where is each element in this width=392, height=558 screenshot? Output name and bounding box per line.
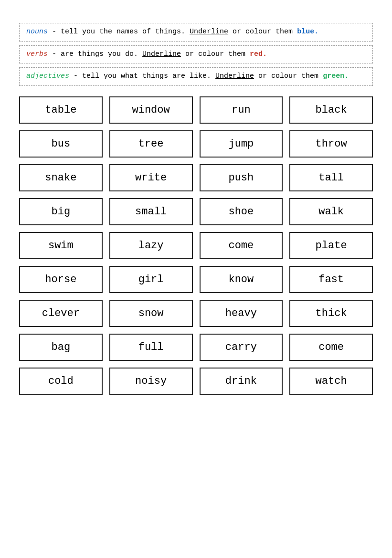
word-card[interactable]: carry [200, 334, 283, 361]
verbs-label: verbs [26, 50, 48, 58]
underline-word: Underline [142, 50, 181, 58]
underline-word: Underline [190, 28, 228, 36]
word-card[interactable]: black [289, 96, 373, 124]
info-box: verbs - are things you do. Underline or … [19, 45, 373, 64]
word-card[interactable]: clever [19, 300, 103, 327]
word-card[interactable]: fast [289, 266, 373, 293]
word-card[interactable]: bus [19, 130, 103, 158]
word-card[interactable]: snake [19, 164, 103, 191]
word-card[interactable]: lazy [109, 232, 193, 259]
words-grid: tablewindowrunblackbustreejumpthrowsnake… [19, 96, 373, 395]
word-card[interactable]: bag [19, 334, 103, 361]
word-card[interactable]: cold [19, 368, 103, 395]
word-card[interactable]: shoe [200, 198, 283, 225]
word-card[interactable]: full [109, 334, 193, 361]
word-card[interactable]: heavy [200, 300, 283, 327]
info-boxes: nouns - tell you the names of things. Un… [19, 23, 373, 86]
color-word: red. [250, 50, 267, 58]
word-card[interactable]: run [200, 96, 283, 124]
word-card[interactable]: throw [289, 130, 373, 158]
word-card[interactable]: horse [19, 266, 103, 293]
nouns-label: nouns [26, 28, 48, 36]
word-card[interactable]: girl [109, 266, 193, 293]
word-card[interactable]: window [109, 96, 193, 124]
word-card[interactable]: know [200, 266, 283, 293]
color-word: blue. [297, 28, 318, 36]
page-wrapper: nouns - tell you the names of things. Un… [19, 23, 373, 395]
word-card[interactable]: drink [200, 368, 283, 395]
word-card[interactable]: plate [289, 232, 373, 259]
word-card[interactable]: table [19, 96, 103, 124]
word-card[interactable]: walk [289, 198, 373, 225]
info-box: adjectives - tell you what things are li… [19, 67, 373, 86]
word-card[interactable]: tree [109, 130, 193, 158]
word-card[interactable]: write [109, 164, 193, 191]
info-box: nouns - tell you the names of things. Un… [19, 23, 373, 42]
word-card[interactable]: thick [289, 300, 373, 327]
word-card[interactable]: big [19, 198, 103, 225]
word-card[interactable]: push [200, 164, 283, 191]
adjectives-label: adjectives [26, 72, 69, 80]
word-card[interactable]: come [200, 232, 283, 259]
word-card[interactable]: snow [109, 300, 193, 327]
word-card[interactable]: jump [200, 130, 283, 158]
color-word: green. [323, 72, 349, 80]
word-card[interactable]: noisy [109, 368, 193, 395]
underline-word: Underline [215, 72, 254, 80]
word-card[interactable]: watch [289, 368, 373, 395]
word-card[interactable]: come [289, 334, 373, 361]
word-card[interactable]: swim [19, 232, 103, 259]
word-card[interactable]: tall [289, 164, 373, 191]
word-card[interactable]: small [109, 198, 193, 225]
